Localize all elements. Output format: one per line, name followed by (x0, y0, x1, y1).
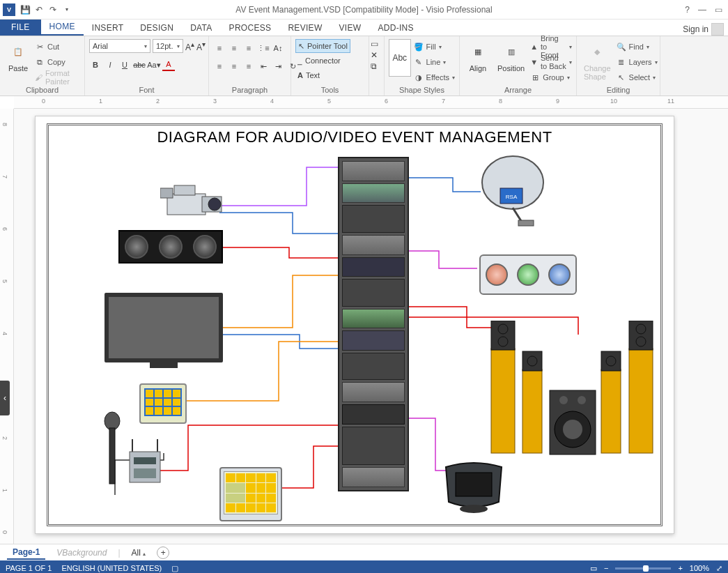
spacing-button[interactable]: A↕ (272, 42, 284, 54)
grow-font-button[interactable]: A▴ (185, 40, 194, 52)
save-icon[interactable]: 💾 (20, 4, 31, 15)
device-touch-panel[interactable] (139, 383, 187, 424)
tab-data[interactable]: DATA (182, 20, 220, 36)
rectangle-tool-button[interactable]: ▭ (371, 39, 378, 49)
help-icon[interactable]: ? (685, 5, 690, 15)
effects-button[interactable]: ◑Effects▾ (414, 71, 455, 84)
position-button[interactable]: ▥Position (495, 39, 527, 74)
svg-rect-16 (518, 220, 534, 226)
font-color-button[interactable]: A (162, 59, 175, 71)
status-language[interactable]: ENGLISH (UNITED STATES) (61, 564, 162, 572)
align-top-button[interactable]: ≡ (213, 42, 226, 54)
align-center-button[interactable]: ≡ (228, 60, 240, 72)
device-display-monitor[interactable] (104, 293, 223, 371)
indent-dec-button[interactable]: ⇤ (257, 60, 270, 72)
sign-in[interactable]: Sign in (683, 23, 728, 36)
find-button[interactable]: 🔍Find▾ (617, 40, 658, 53)
ribbon: 📋 Paste ✂Cut ⧉Copy 🖌Format Painter Clipb… (0, 36, 728, 96)
device-projector[interactable] (439, 460, 509, 516)
group-label: Clipboard (4, 84, 80, 94)
zoom-level[interactable]: 100% (690, 564, 709, 572)
tab-home[interactable]: HOME (41, 19, 84, 36)
undo-icon[interactable]: ↶ (33, 4, 45, 15)
qat-more-icon[interactable]: ▾ (61, 4, 72, 15)
font-family-select[interactable]: Arial▾ (89, 39, 150, 53)
tab-design[interactable]: DESIGN (132, 20, 182, 36)
line-button[interactable]: ✎Line▾ (414, 56, 455, 68)
tab-review[interactable]: REVIEW (279, 20, 330, 36)
paste-button[interactable]: 📋 Paste (4, 39, 32, 74)
page-tab-vbackground[interactable]: VBackground (51, 547, 112, 559)
restore-icon[interactable]: ▭ (715, 5, 722, 15)
connector-tool-button[interactable]: ⎯Connector (295, 54, 343, 68)
device-satellite-dish[interactable]: RSA (479, 153, 549, 227)
select-button[interactable]: ↖Select▾ (617, 71, 658, 84)
fill-button[interactable]: 🪣Fill▾ (414, 40, 455, 53)
bring-front-button[interactable]: ▲Bring to Front▾ (530, 40, 572, 53)
pointer-tool-button[interactable]: ↖Pointer Tool (295, 39, 350, 53)
strike-button[interactable]: abc (133, 59, 146, 71)
tab-file[interactable]: FILE (0, 19, 41, 36)
tab-view[interactable]: VIEW (331, 20, 370, 36)
change-shape-button[interactable]: ◆Change Shape (581, 39, 614, 82)
group-paragraph: ≡ ≡ ≡ ⋮≡ A↕ ≡ ≡ ≡ ⇤ ⇥ ↻ Paragraph (209, 36, 291, 96)
svg-point-35 (578, 396, 586, 404)
device-equipment-rack[interactable] (338, 157, 409, 491)
status-bar: PAGE 1 OF 1 ENGLISH (UNITED STATES) ▢ ▭ … (0, 560, 728, 573)
svg-rect-4 (174, 185, 195, 195)
text-tool-button[interactable]: AText (295, 68, 322, 82)
group-button[interactable]: ⊞Group▾ (530, 71, 572, 84)
format-painter-button[interactable]: 🖌Format Painter (35, 71, 80, 84)
align-right-button[interactable]: ≡ (242, 60, 255, 72)
align-bot-button[interactable]: ≡ (242, 42, 255, 54)
zoom-in-button[interactable]: + (678, 564, 682, 572)
page-tab-page1[interactable]: Page-1 (7, 546, 45, 560)
sign-in-label: Sign in (683, 24, 708, 34)
device-wireless-receiver[interactable] (125, 439, 164, 488)
fit-page-icon[interactable]: ⤢ (716, 564, 722, 573)
drawing-canvas[interactable]: DIAGRAM FOR AUDIO/VIDEO EVENT MANAGEMENT (14, 109, 728, 544)
case-button[interactable]: Aa▾ (148, 59, 160, 71)
svg-point-22 (498, 324, 508, 334)
underline-button[interactable]: U (118, 59, 131, 71)
copy-button[interactable]: ⧉Copy (35, 56, 80, 68)
redo-icon[interactable]: ↷ (47, 4, 59, 15)
align-button[interactable]: ▦Align (464, 39, 492, 74)
presentation-mode-icon[interactable]: ▭ (590, 564, 597, 573)
layers-button[interactable]: ≣Layers▾ (617, 56, 658, 68)
shapes-pane-toggle[interactable]: ‹ (0, 381, 10, 415)
device-control-console[interactable] (219, 467, 282, 521)
device-center-speaker[interactable] (118, 230, 223, 263)
quick-styles-gallery[interactable]: Abc (389, 39, 411, 77)
bullets-button[interactable]: ⋮≡ (257, 42, 270, 54)
zoom-slider[interactable] (615, 567, 671, 570)
zoom-out-button[interactable]: − (604, 564, 608, 572)
device-video-camera[interactable] (160, 181, 226, 222)
group-tools-extra: ▭ ✕ ⧉ (369, 36, 385, 96)
layers-icon: ≣ (617, 57, 626, 67)
crop-tool-button[interactable]: ⧉ (371, 61, 377, 71)
italic-button[interactable]: I (104, 59, 116, 71)
device-tower-speakers[interactable] (484, 321, 658, 457)
add-page-button[interactable]: + (157, 547, 169, 559)
minimize-icon[interactable]: — (698, 5, 706, 15)
cut-icon: ✂ (35, 42, 45, 52)
tab-addins[interactable]: ADD-INS (369, 20, 421, 36)
device-stage-lights[interactable] (479, 254, 577, 295)
page-tab-all[interactable]: All ▴ (126, 547, 152, 559)
device-microphone[interactable] (103, 411, 121, 488)
freeform-tool-button[interactable]: ✕ (371, 50, 378, 60)
align-mid-button[interactable]: ≡ (228, 42, 240, 54)
indent-inc-button[interactable]: ⇥ (272, 60, 284, 72)
align-left-button[interactable]: ≡ (213, 60, 226, 72)
drawing-page[interactable]: DIAGRAM FOR AUDIO/VIDEO EVENT MANAGEMENT (35, 116, 674, 534)
font-size-select[interactable]: 12pt.▾ (153, 39, 183, 53)
tab-insert[interactable]: INSERT (84, 20, 132, 36)
shrink-font-button[interactable]: A▾ (196, 40, 206, 52)
macro-record-icon[interactable]: ▢ (171, 564, 178, 573)
group-icon: ⊞ (530, 72, 540, 82)
tab-process[interactable]: PROCESS (221, 20, 280, 36)
bold-button[interactable]: B (89, 59, 102, 71)
cut-button[interactable]: ✂Cut (35, 40, 80, 53)
send-back-button[interactable]: ▼Send to Back▾ (530, 56, 572, 68)
